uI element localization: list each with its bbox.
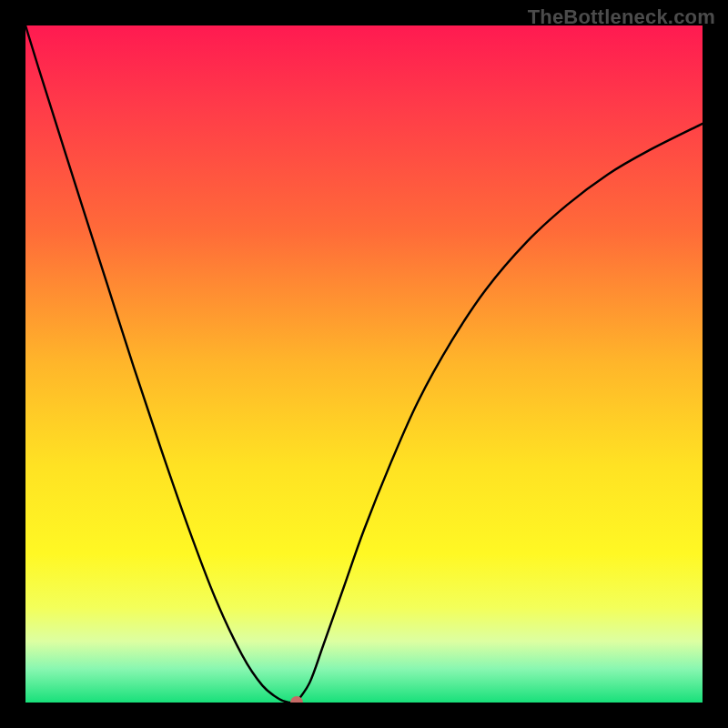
chart-frame: TheBottleneck.com	[0, 0, 728, 728]
plot-area	[25, 25, 703, 703]
bottleneck-curve	[25, 25, 703, 703]
watermark-text: TheBottleneck.com	[528, 5, 715, 29]
minimum-marker	[290, 696, 303, 703]
